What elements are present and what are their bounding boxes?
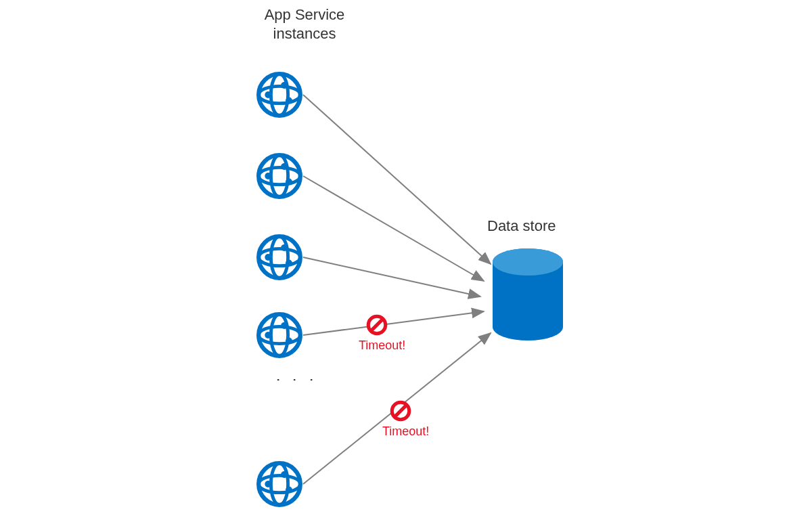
svg-point-5 [281,82,288,89]
connector-1 [303,95,491,264]
svg-point-30 [286,487,292,494]
svg-point-6 [286,97,292,104]
connectors-layer [0,0,812,524]
svg-point-15 [271,236,288,278]
connector-2 [303,176,484,281]
svg-point-4 [265,91,271,98]
svg-point-38 [493,248,563,276]
svg-point-17 [281,244,288,251]
svg-point-28 [265,481,271,487]
ellipsis-indicator: ... [274,378,323,383]
svg-point-10 [265,173,271,179]
data-store-label: Data store [487,217,556,236]
svg-point-16 [265,254,271,261]
app-service-instance-icon [256,152,303,200]
timeout-label: Timeout! [382,424,429,439]
svg-point-18 [286,260,292,267]
svg-point-23 [281,322,288,329]
svg-point-9 [271,155,288,197]
app-service-instance-icon [256,460,303,508]
svg-point-11 [281,163,288,170]
timeout-label: Timeout! [359,339,405,353]
prohibited-icon [365,313,388,336]
app-service-instance-icon [256,311,303,359]
svg-point-3 [271,74,288,116]
connector-4 [303,311,484,335]
svg-point-37 [493,313,563,341]
svg-point-12 [286,179,292,185]
svg-point-27 [271,463,288,505]
data-store-icon [491,247,565,345]
svg-point-29 [281,471,288,478]
connector-3 [303,257,480,297]
app-service-instance-icon [256,71,303,118]
app-service-instance-icon [256,234,303,281]
svg-point-21 [271,314,288,356]
svg-point-22 [265,332,271,339]
svg-point-24 [286,338,292,345]
app-service-instances-label: App Service instances [237,5,372,43]
prohibited-icon [389,399,412,422]
